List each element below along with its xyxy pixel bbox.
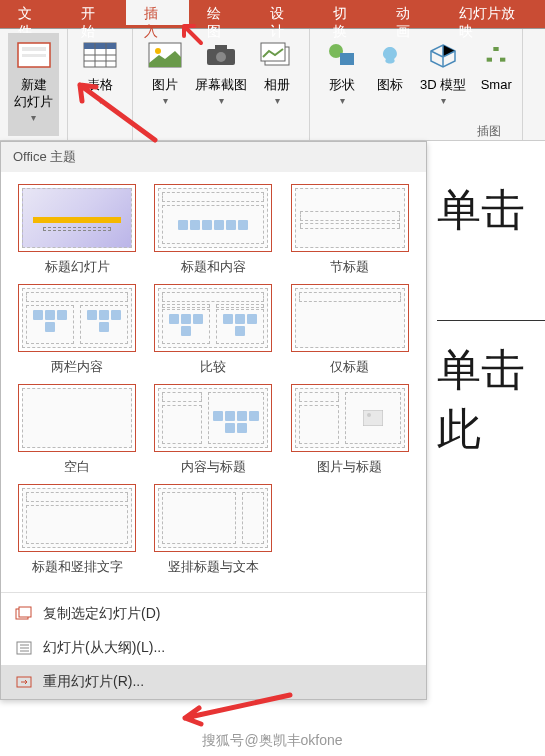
layout-grid: 标题幻灯片 标题和内容 节标题 两栏内容 比较 仅标题 空白 bbox=[1, 172, 426, 588]
svg-rect-18 bbox=[494, 47, 499, 51]
watermark: 搜狐号@奥凯丰okfone bbox=[202, 732, 342, 750]
screenshot-button[interactable]: 屏幕截图 ▾ bbox=[189, 33, 253, 136]
picture-button[interactable]: 图片 ▾ bbox=[141, 33, 189, 136]
svg-rect-24 bbox=[19, 607, 31, 617]
layout-picture-caption[interactable]: 图片与标题 bbox=[286, 384, 414, 476]
menu-slides-from-outline[interactable]: 幻灯片(从大纲)(L)... bbox=[1, 631, 426, 665]
slide-title-text: 单击 bbox=[437, 181, 545, 240]
svg-rect-20 bbox=[500, 58, 505, 62]
layout-section-header[interactable]: 节标题 bbox=[286, 184, 414, 276]
picture-icon bbox=[147, 37, 183, 73]
layout-vertical-title-text[interactable]: 竖排标题与文本 bbox=[149, 484, 277, 576]
dropdown-caret-icon: ▾ bbox=[31, 111, 36, 124]
album-icon bbox=[259, 37, 295, 73]
shapes-button[interactable]: 形状 ▾ bbox=[318, 33, 366, 136]
cube-icon bbox=[425, 37, 461, 73]
slide-subtitle-text: 单击此 bbox=[437, 341, 545, 459]
layout-title-content[interactable]: 标题和内容 bbox=[149, 184, 277, 276]
screenshot-icon bbox=[203, 37, 239, 73]
tab-home[interactable]: 开始 bbox=[63, 0, 126, 28]
layout-two-content[interactable]: 两栏内容 bbox=[13, 284, 141, 376]
layout-content-caption[interactable]: 内容与标题 bbox=[149, 384, 277, 476]
smartart-button[interactable]: Smar bbox=[472, 33, 514, 136]
menu-duplicate-slide[interactable]: 复制选定幻灯片(D) bbox=[1, 597, 426, 631]
dropdown-header: Office 主题 bbox=[1, 142, 426, 172]
new-slide-icon bbox=[16, 37, 52, 73]
outline-icon bbox=[15, 640, 33, 656]
layout-title-only[interactable]: 仅标题 bbox=[286, 284, 414, 376]
svg-rect-19 bbox=[487, 58, 492, 62]
svg-rect-2 bbox=[22, 54, 46, 57]
reuse-icon bbox=[15, 674, 33, 690]
svg-rect-17 bbox=[340, 53, 354, 65]
tab-file[interactable]: 文件 bbox=[0, 0, 63, 28]
tab-draw[interactable]: 绘图 bbox=[189, 0, 252, 28]
tab-transitions[interactable]: 切换 bbox=[315, 0, 378, 28]
ribbon-bar: 新建 幻灯片 ▾ 表格 ▾ 图片 ▾ 屏幕截图 ▾ bbox=[0, 29, 545, 141]
table-button[interactable]: 表格 ▾ bbox=[76, 33, 124, 136]
layout-blank[interactable]: 空白 bbox=[13, 384, 141, 476]
album-button[interactable]: 相册 ▾ bbox=[253, 33, 301, 136]
svg-rect-15 bbox=[261, 43, 285, 61]
layout-comparison[interactable]: 比较 bbox=[149, 284, 277, 376]
svg-rect-13 bbox=[215, 45, 227, 49]
slide-divider bbox=[437, 320, 545, 321]
table-icon bbox=[82, 37, 118, 73]
3d-model-button[interactable]: 3D 模型 ▾ bbox=[414, 33, 472, 136]
layout-title-slide[interactable]: 标题幻灯片 bbox=[13, 184, 141, 276]
smartart-icon bbox=[478, 37, 514, 73]
menu-reuse-slides[interactable]: 重用幻灯片(R)... bbox=[1, 665, 426, 699]
svg-point-12 bbox=[216, 52, 226, 62]
shapes-icon bbox=[324, 37, 360, 73]
ribbon-tabs: 文件 开始 插入 绘图 设计 切换 动画 幻灯片放映 bbox=[0, 0, 545, 29]
svg-rect-4 bbox=[84, 43, 116, 49]
tab-slideshow[interactable]: 幻灯片放映 bbox=[441, 0, 545, 28]
svg-point-10 bbox=[155, 48, 161, 54]
slide-editor[interactable]: 单击 单击此 bbox=[427, 141, 545, 756]
icons-button[interactable]: 图标 bbox=[366, 33, 414, 136]
tab-animations[interactable]: 动画 bbox=[378, 0, 441, 28]
duplicate-icon bbox=[15, 606, 33, 622]
svg-rect-1 bbox=[22, 47, 46, 51]
icons-icon bbox=[372, 37, 408, 73]
new-slide-button[interactable]: 新建 幻灯片 ▾ bbox=[8, 33, 59, 136]
svg-rect-21 bbox=[363, 410, 383, 426]
new-slide-dropdown: Office 主题 标题幻灯片 标题和内容 节标题 两栏内容 比较 仅标题 bbox=[0, 141, 427, 700]
layout-title-vertical-text[interactable]: 标题和竖排文字 bbox=[13, 484, 141, 576]
svg-point-22 bbox=[367, 413, 371, 417]
tab-design[interactable]: 设计 bbox=[252, 0, 315, 28]
tab-insert[interactable]: 插入 bbox=[126, 0, 189, 28]
